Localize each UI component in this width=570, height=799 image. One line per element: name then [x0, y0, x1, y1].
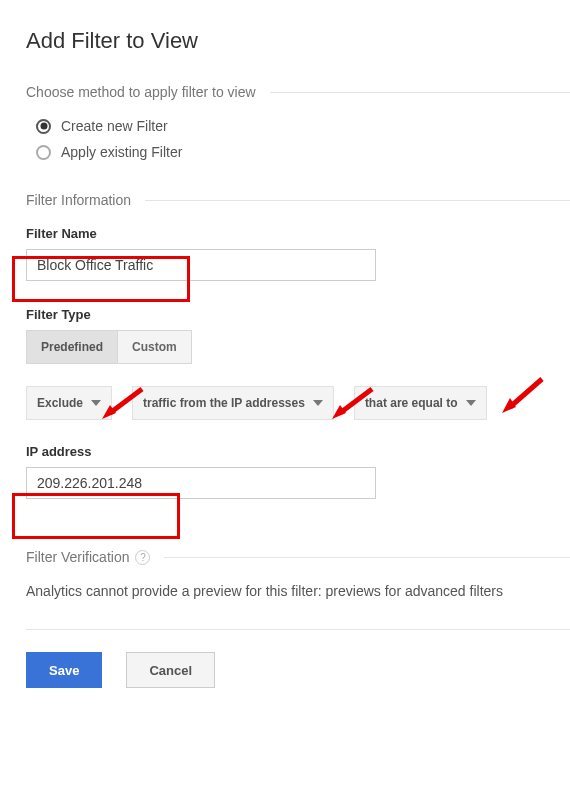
tab-label: Predefined — [41, 340, 103, 354]
section-filter-verification: Filter Verification ? — [26, 549, 570, 565]
dropdown-label: traffic from the IP addresses — [143, 396, 305, 410]
filter-dropdown-row: Exclude traffic from the IP addresses th… — [26, 386, 570, 420]
radio-label: Apply existing Filter — [61, 144, 182, 160]
section-filter-information-label: Filter Information — [26, 192, 131, 208]
ip-address-input[interactable] — [26, 467, 376, 499]
dropdown-match-type[interactable]: that are equal to — [354, 386, 487, 420]
caret-down-icon — [91, 400, 101, 406]
ip-address-label: IP address — [26, 444, 570, 459]
tab-custom[interactable]: Custom — [118, 330, 192, 364]
page-title: Add Filter to View — [26, 28, 570, 54]
radio-label: Create new Filter — [61, 118, 168, 134]
tab-predefined[interactable]: Predefined — [26, 330, 118, 364]
caret-down-icon — [466, 400, 476, 406]
button-row: Save Cancel — [26, 652, 570, 688]
filter-name-label: Filter Name — [26, 226, 570, 241]
radio-icon — [36, 119, 51, 134]
section-filter-verification-label: Filter Verification — [26, 549, 129, 565]
dropdown-exclude[interactable]: Exclude — [26, 386, 112, 420]
button-label: Cancel — [149, 663, 192, 678]
dropdown-label: that are equal to — [365, 396, 458, 410]
radio-create-new-filter[interactable]: Create new Filter — [36, 118, 570, 134]
divider — [145, 200, 570, 201]
dropdown-traffic-source[interactable]: traffic from the IP addresses — [132, 386, 334, 420]
divider — [270, 92, 570, 93]
radio-apply-existing-filter[interactable]: Apply existing Filter — [36, 144, 570, 160]
dropdown-label: Exclude — [37, 396, 83, 410]
save-button[interactable]: Save — [26, 652, 102, 688]
radio-icon — [36, 145, 51, 160]
tab-label: Custom — [132, 340, 177, 354]
button-label: Save — [49, 663, 79, 678]
section-filter-method: Choose method to apply filter to view — [26, 84, 570, 100]
cancel-button[interactable]: Cancel — [126, 652, 215, 688]
filter-type-tabs: Predefined Custom — [26, 330, 570, 364]
divider — [164, 557, 570, 558]
section-filter-information: Filter Information — [26, 192, 570, 208]
help-icon[interactable]: ? — [135, 550, 150, 565]
section-filter-method-label: Choose method to apply filter to view — [26, 84, 256, 100]
filter-type-label: Filter Type — [26, 307, 570, 322]
filter-name-input[interactable] — [26, 249, 376, 281]
filter-verification-message: Analytics cannot provide a preview for t… — [26, 583, 570, 599]
caret-down-icon — [313, 400, 323, 406]
divider — [26, 629, 570, 630]
